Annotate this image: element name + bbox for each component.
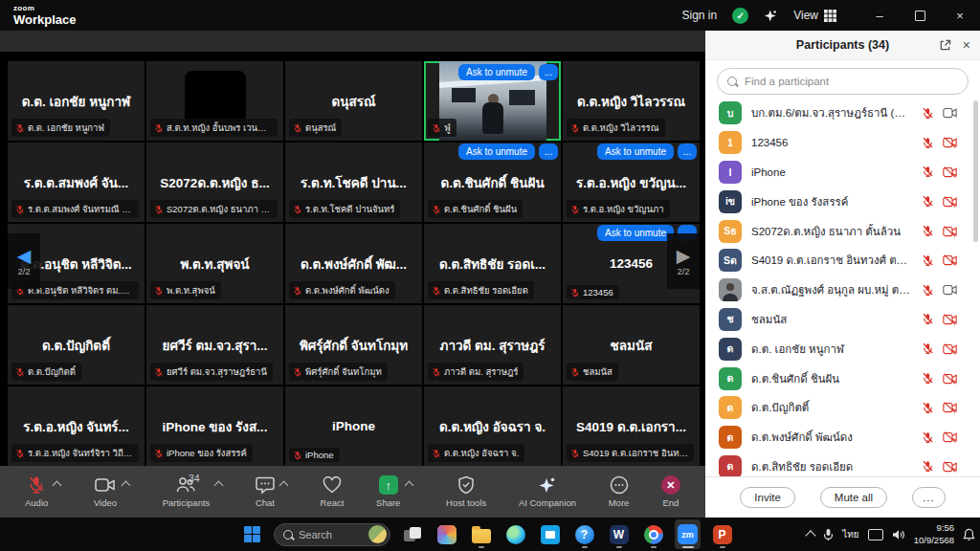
video-tile[interactable]: iPhone ของ รังส...iPhone ของ รังสรรค์	[146, 386, 283, 466]
participant-row[interactable]: IiPhone	[705, 158, 980, 187]
close-panel-icon[interactable]: ×	[963, 37, 970, 53]
participant-row[interactable]: ดด.ต.สิทธิชัย รอดเอียด	[705, 452, 980, 476]
notifications-bell-icon[interactable]	[963, 528, 975, 541]
video-button[interactable]: Video	[94, 475, 117, 508]
invite-button[interactable]: Invite	[740, 487, 795, 508]
mute-all-button[interactable]: Mute all	[820, 487, 887, 508]
scrollbar[interactable]	[973, 100, 978, 242]
video-tile[interactable]: ด.ต.ปัญกิตติ์ด.ต.ปัญกิตติ์	[8, 305, 145, 385]
video-tile[interactable]: ด.ต.พงษ์ศักดิ์ พัฒ...ด.ต.พงษ์ศักดิ์ พัฒน…	[285, 224, 422, 303]
ai-companion-button[interactable]: AI Companion	[519, 475, 576, 508]
chevron-up-icon[interactable]	[214, 481, 224, 491]
mic-muted-icon	[922, 254, 934, 267]
ai-sparkle-icon[interactable]	[764, 9, 778, 23]
video-tile[interactable]: ด.ต. เอกชัย หนูกาฬด.ต. เอกชัย หนูกาฬ	[8, 61, 145, 141]
participant-row[interactable]: ชชลมนัส	[705, 305, 980, 335]
video-tile[interactable]: ร.ต.ต.สมพงศ์ จัน...ร.ต.ต.สมพงศ์ จันทรมณี…	[8, 143, 145, 222]
chevron-up-icon[interactable]	[405, 481, 414, 491]
participant-row[interactable]: SธS2072ด.ต.หญิง ธนาภา ตั้นล้วน	[705, 216, 980, 246]
mic-muted-icon	[570, 367, 580, 377]
participant-avatar: ด	[719, 367, 742, 390]
zoom-app-button[interactable]: zm	[675, 519, 701, 549]
share-button[interactable]: ↑ Share	[376, 475, 400, 508]
task-view-button[interactable]	[399, 519, 425, 549]
popout-icon[interactable]	[939, 39, 951, 52]
participant-row[interactable]: iขiPhone ของ รังสรรค์	[705, 187, 980, 216]
video-tile[interactable]: ด.ต.หญิง อัจฉรา จ.ด.ต.หญิง อัจฉรา จ.	[424, 386, 561, 466]
video-tile[interactable]: ด.ต.สิทธิชัย รอดเ...ด.ต.สิทธิชัย รอดเอีย…	[424, 224, 561, 303]
participant-row[interactable]: SดS4019 ด.ต.เอกราช อินทวงศ์ ตม.จว.สุราษฎ…	[705, 246, 980, 276]
close-button[interactable]: ×	[940, 0, 980, 31]
participant-row[interactable]: บบก.ตม.6/ตม.จว.สุราษฎร์ธานี (Host, me)	[705, 99, 980, 128]
tile-more-button[interactable]: ...	[678, 143, 697, 160]
tile-more-button[interactable]: ...	[539, 143, 558, 160]
speaker-icon[interactable]	[892, 529, 905, 540]
word-button[interactable]: W	[606, 519, 632, 549]
get-help-button[interactable]: ?	[571, 519, 597, 549]
ask-to-unmute-button[interactable]: Ask to unmute	[458, 64, 535, 80]
participant-row[interactable]: ดด.ต.ชินศักดิ์ ชินฝัน	[705, 364, 980, 393]
participants-button[interactable]: 34 Participants	[163, 475, 211, 508]
audio-button[interactable]: Audio	[25, 475, 48, 508]
video-tile[interactable]: ส.ต.ท.หญิง อั้นบพร เวนสคูนัส ต...	[146, 61, 283, 141]
participant-row[interactable]: ดด.ต.ปัญกิตติ์	[705, 393, 980, 423]
participant-row[interactable]: จ.ส.ต.ณัฏฐพงศ์ อนุกูล ผบ.หมู่ ตม.จว.สุรา…	[705, 276, 980, 305]
chevron-up-icon[interactable]	[53, 481, 62, 491]
tray-mic-icon[interactable]	[823, 528, 834, 541]
search-input[interactable]	[743, 75, 958, 88]
video-tile[interactable]: ยศวีร์ ตม.จว.สุรา...ยศวีร์ ตม.จว.สุราษฎร…	[146, 305, 283, 385]
participant-center-name: 123456	[606, 256, 657, 271]
ask-to-unmute-button[interactable]: Ask to unmute	[597, 225, 674, 241]
minimize-button[interactable]: –	[859, 0, 900, 31]
edge-button[interactable]	[502, 519, 528, 549]
video-tile[interactable]: ร.ต.ท.โชคดี ปาน...ร.ต.ท.โชคดี ปานจันทร์	[285, 143, 422, 222]
video-tile[interactable]: พิศรุ์ศักดิ์ จันทโกมุทพิศรุ์ศักดิ์ จันทโ…	[285, 305, 422, 385]
chevron-up-icon[interactable]	[122, 481, 131, 491]
file-explorer-button[interactable]	[468, 519, 494, 549]
view-button[interactable]: View	[793, 9, 836, 22]
video-tile[interactable]: S2072ด.ต.หญิง ธ...S2072ด.ต.หญิง ธนาภา ตั…	[146, 143, 283, 222]
video-tile[interactable]: ด.ต.ชินศักดิ์ ชินฝันAsk to unmute...ด.ต.…	[424, 143, 561, 222]
video-tile[interactable]: ภาวดี ตม. สุราษฎร์ภาวดี ตม. สุราษฎร์	[424, 305, 561, 385]
display-icon[interactable]	[868, 529, 883, 540]
widgets-button[interactable]	[434, 519, 459, 549]
tile-name-text: ด.ต.สิทธิชัย รอดเอียด	[444, 283, 528, 298]
start-button[interactable]	[239, 519, 265, 549]
participant-row[interactable]: ดด.ต.พงษ์ศักดิ์ พัฒน์ดง	[705, 423, 980, 452]
video-tile[interactable]: ชลมนัสชลมนัส	[563, 305, 700, 385]
ask-to-unmute-button[interactable]: Ask to unmute	[458, 143, 535, 160]
chevron-up-icon[interactable]	[279, 481, 289, 491]
end-button[interactable]: ✕ End	[661, 475, 680, 508]
participant-row[interactable]: ดด.ต. เอกชัย หนูกาฬ	[705, 334, 980, 364]
video-tile[interactable]: S4019 ด.ต.เอกรา...S4019 ด.ต.เอกราช อินทว…	[563, 386, 700, 466]
video-tile[interactable]: Ask to unmute...ฟู่	[424, 61, 561, 141]
powerpoint-button[interactable]: P	[709, 519, 735, 549]
participant-center-name: S2072ด.ต.หญิง ธ...	[156, 172, 273, 193]
video-tile[interactable]: พ.ต.ท.สุพจน์พ.ต.ท.สุพจน์	[146, 224, 283, 303]
language-indicator[interactable]: ไทย	[842, 527, 858, 541]
video-tile[interactable]: ร.ต.อ.หญิง ขวัญน...Ask to unmute...ร.ต.อ…	[563, 143, 700, 222]
react-button[interactable]: React	[321, 475, 345, 508]
chat-button[interactable]: Chat	[256, 475, 275, 508]
more-button[interactable]: More	[609, 475, 630, 508]
maximize-button[interactable]	[900, 0, 940, 31]
taskbar-search[interactable]: Search	[274, 523, 390, 546]
chrome-button[interactable]	[640, 519, 666, 549]
ask-to-unmute-button[interactable]: Ask to unmute	[597, 143, 674, 160]
video-tile[interactable]: ดนุสรณ์ดนุสรณ์	[285, 61, 422, 141]
next-page-button[interactable]: ▶ 2/2	[667, 233, 700, 289]
video-tile[interactable]: ร.ต.อ.หญิง จันทร์...ร.ต.อ.หญิง จันทร์จิร…	[8, 386, 145, 466]
tile-more-button[interactable]: ...	[539, 64, 558, 80]
video-tile[interactable]: iPhoneiPhone	[285, 386, 422, 466]
video-tile[interactable]: ด.ต.หญิง วิไลวรรณด.ต.หญิง วิไลวรรณ	[563, 61, 700, 141]
panel-more-button[interactable]: ...	[912, 487, 946, 508]
previous-page-button[interactable]: ◀ 2/2	[8, 233, 40, 289]
security-shield-icon[interactable]: ✓	[732, 8, 748, 24]
participant-row[interactable]: 1123456	[705, 128, 980, 158]
mic-muted-icon	[922, 402, 934, 414]
taskbar-clock[interactable]: 9:56 10/9/2568	[914, 522, 954, 546]
tray-expand-icon[interactable]	[806, 530, 816, 540]
host-tools-button[interactable]: Host tools	[446, 475, 486, 508]
sign-in-button[interactable]: Sign in	[682, 9, 718, 22]
store-button[interactable]	[537, 519, 563, 549]
